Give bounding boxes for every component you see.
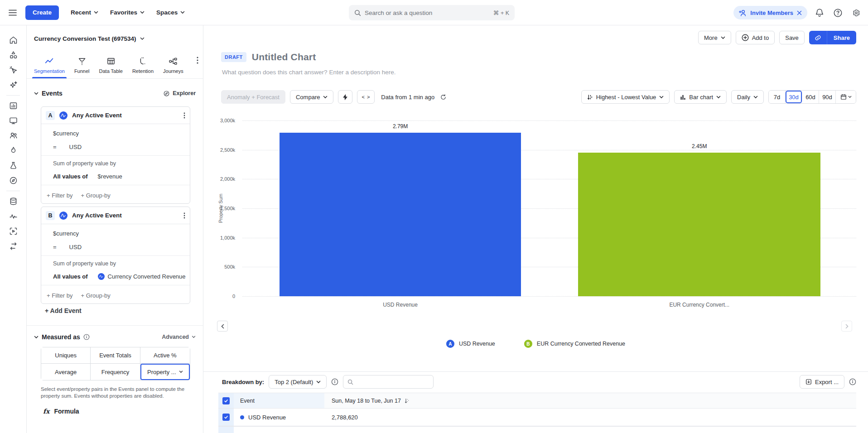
- measure-option-event-totals[interactable]: Event Totals: [91, 347, 140, 364]
- event-filter-value[interactable]: USD: [69, 144, 82, 150]
- rail-item-sync[interactable]: [5, 239, 21, 254]
- live-query-button[interactable]: [338, 90, 352, 104]
- column-header-date[interactable]: Sun, May 18 to Tue, Jun 17: [324, 393, 856, 408]
- legend-item-b[interactable]: B EUR Currency Converted Revenue: [524, 340, 625, 348]
- add-groupby-button[interactable]: + Group-by: [81, 192, 110, 199]
- share-button[interactable]: Share: [827, 31, 856, 44]
- tab-retention[interactable]: Retention: [132, 57, 154, 78]
- interval-select[interactable]: Daily: [731, 90, 764, 104]
- explorer-button[interactable]: Explorer: [163, 90, 196, 97]
- invite-members-button[interactable]: Invite Members: [733, 6, 807, 19]
- info-icon: [83, 334, 90, 340]
- chevron-down-icon[interactable]: [34, 336, 39, 339]
- advanced-menu[interactable]: Advanced: [162, 334, 196, 340]
- rail-item-discover[interactable]: [5, 173, 21, 188]
- rail-item-screens[interactable]: [5, 113, 21, 128]
- rail-item-charts[interactable]: [5, 98, 21, 113]
- range-60d[interactable]: 60d: [802, 91, 819, 103]
- rail-item-home[interactable]: [5, 33, 21, 48]
- chart-type-select[interactable]: Bar chart: [674, 90, 727, 104]
- all-values-selector[interactable]: All values of: [53, 173, 88, 180]
- chart-title[interactable]: Untitled Chart: [252, 52, 316, 63]
- rail-item-data[interactable]: [5, 194, 21, 209]
- all-values-selector[interactable]: All values of: [53, 273, 88, 280]
- rail-item-signals[interactable]: [5, 209, 21, 224]
- anomaly-forecast-button[interactable]: Anomaly + Forecast: [221, 90, 285, 104]
- measure-option-average[interactable]: Average: [41, 364, 91, 380]
- event-filter-operator[interactable]: =USD: [41, 240, 190, 254]
- favorites-menu[interactable]: Favorites: [110, 9, 145, 16]
- plot-area[interactable]: 2.79M2.45M: [242, 120, 856, 296]
- event-filter-value[interactable]: USD: [69, 244, 82, 250]
- bar-USD Revenue[interactable]: [280, 133, 521, 296]
- event-name[interactable]: Any Active Event: [72, 212, 179, 219]
- scroll-right-button[interactable]: [841, 321, 852, 332]
- notifications-button[interactable]: [814, 7, 825, 19]
- formula-button[interactable]: fx Formula: [43, 408, 79, 415]
- create-button[interactable]: Create: [25, 5, 59, 20]
- event-filter-operator[interactable]: =USD: [41, 140, 190, 154]
- event-menu-button[interactable]: [183, 112, 185, 119]
- row-checkbox[interactable]: [222, 414, 230, 421]
- legend-item-a[interactable]: A USD Revenue: [446, 340, 495, 348]
- bar-EUR Currency Convert...[interactable]: [578, 153, 820, 296]
- more-chart-types-button[interactable]: [197, 57, 198, 64]
- close-icon[interactable]: [797, 10, 802, 15]
- add-filter-button[interactable]: + Filter by: [47, 292, 72, 299]
- settings-button[interactable]: [850, 7, 862, 19]
- recent-menu[interactable]: Recent: [71, 9, 98, 16]
- chart-description-placeholder[interactable]: What question does this chart answer? En…: [222, 69, 395, 76]
- sort-order-select[interactable]: Highest - Lowest Value: [581, 90, 670, 104]
- global-search-input[interactable]: Search or ask a question ⌘ + K: [349, 5, 515, 20]
- breakdown-top-select[interactable]: Top 2 (Default): [269, 375, 327, 389]
- query-code-button[interactable]: < >: [357, 90, 375, 104]
- add-event-button[interactable]: + Add Event: [45, 307, 82, 314]
- measure-option-frequency[interactable]: Frequency: [91, 364, 140, 380]
- select-all-checkbox[interactable]: [222, 397, 230, 404]
- rail-item-objects[interactable]: [5, 48, 21, 63]
- help-button[interactable]: [832, 7, 844, 19]
- event-filter-property[interactable]: $currency: [41, 226, 190, 240]
- rail-item-users[interactable]: [5, 128, 21, 143]
- measure-option-uniques[interactable]: Uniques: [41, 347, 91, 364]
- copy-link-button[interactable]: [809, 31, 827, 44]
- measure-target-property[interactable]: Currency Converted Revenue: [98, 273, 186, 280]
- spaces-menu[interactable]: Spaces: [156, 9, 185, 16]
- range-7d[interactable]: 7d: [769, 91, 786, 103]
- range-90d[interactable]: 90d: [819, 91, 836, 103]
- add-filter-button[interactable]: + Filter by: [47, 192, 72, 199]
- table-row-partial[interactable]: [218, 426, 856, 433]
- rail-item-ai[interactable]: [5, 77, 21, 92]
- event-menu-button[interactable]: [183, 212, 185, 219]
- more-button[interactable]: More: [698, 31, 731, 44]
- event-filter-property[interactable]: $currency: [41, 126, 190, 140]
- table-row[interactable]: USD Revenue 2,788,620: [218, 408, 856, 426]
- measure-option-active-pct[interactable]: Active %: [140, 347, 190, 364]
- tab-segmentation[interactable]: Segmentation: [34, 57, 65, 78]
- tab-funnel[interactable]: Funnel: [74, 57, 90, 78]
- add-to-button[interactable]: Add to: [736, 31, 775, 44]
- add-groupby-button[interactable]: + Group-by: [81, 292, 110, 299]
- project-selector[interactable]: Currency Conversion Test (697534): [34, 35, 145, 42]
- breakdown-search-input[interactable]: [343, 375, 434, 389]
- tab-data-table[interactable]: Data Table: [99, 57, 123, 78]
- hamburger-menu-button[interactable]: [6, 6, 19, 19]
- custom-date-button[interactable]: [836, 91, 856, 103]
- rail-item-experiments[interactable]: [5, 158, 21, 173]
- measure-target-property[interactable]: $revenue: [98, 173, 122, 180]
- scroll-left-button[interactable]: [217, 321, 228, 332]
- event-name[interactable]: Any Active Event: [72, 112, 179, 119]
- refresh-button[interactable]: [440, 94, 447, 101]
- rail-item-magic[interactable]: [5, 63, 21, 77]
- range-30d[interactable]: 30d: [786, 91, 802, 103]
- column-header-event[interactable]: Event: [234, 393, 324, 408]
- measure-option-property-sum[interactable]: Property ...: [140, 364, 190, 380]
- chevron-down-icon[interactable]: [34, 92, 39, 95]
- save-button[interactable]: Save: [779, 31, 805, 44]
- compare-button[interactable]: Compare: [290, 90, 333, 104]
- amplitude-event-icon: [59, 111, 68, 120]
- tab-journeys[interactable]: Journeys: [163, 57, 183, 78]
- export-button[interactable]: Export ...: [800, 375, 844, 389]
- rail-item-activation[interactable]: [5, 143, 21, 158]
- rail-item-session-replay[interactable]: [5, 224, 21, 239]
